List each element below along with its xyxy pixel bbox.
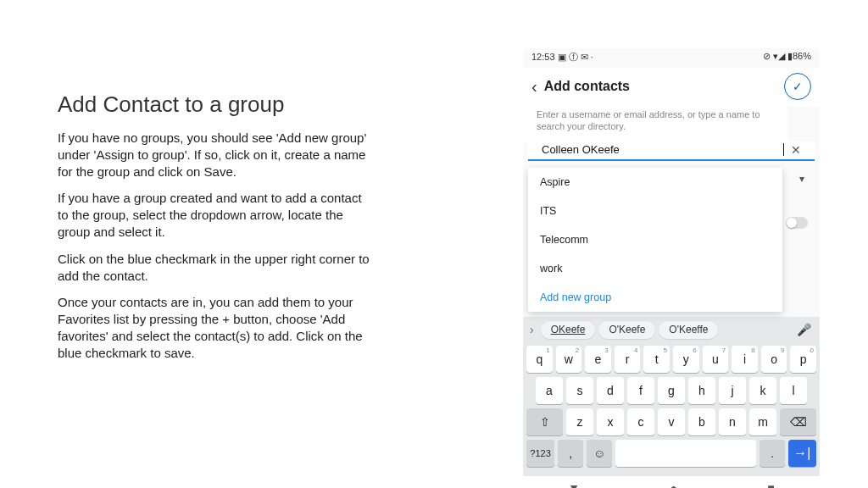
paragraph: Click on the blue checkmark in the upper… — [58, 251, 371, 285]
chevron-right-icon[interactable]: › — [526, 323, 537, 336]
key-c[interactable]: c — [627, 408, 654, 435]
add-new-group-link[interactable]: Add new group — [528, 283, 782, 312]
delete-key[interactable]: ⌫ — [780, 408, 816, 435]
status-left-icons: ▣ ⓕ ✉ · — [558, 52, 593, 62]
period-key[interactable]: . — [760, 440, 785, 467]
key-o[interactable]: o9 — [761, 346, 787, 373]
chevron-down-icon[interactable]: ▾ — [799, 173, 804, 185]
paragraph: Once your contacts are in, you can add t… — [58, 294, 371, 361]
paragraph: If you have no groups, you should see 'A… — [58, 130, 371, 180]
key-m[interactable]: m — [749, 408, 776, 435]
suggestion-bar: › OKeefe O'Keefe O'Keeffe 🎤 — [523, 317, 820, 342]
suggestion-chip[interactable]: O'Keeffe — [659, 320, 718, 339]
status-time: 12:53 — [531, 52, 555, 62]
status-bar: 12:53 ▣ ⓕ ✉ · ⊘ ▾◢ ▮86% — [523, 48, 820, 68]
clear-icon[interactable]: ✕ — [784, 143, 801, 157]
key-b[interactable]: b — [688, 408, 715, 435]
key-q[interactable]: q1 — [526, 346, 553, 373]
keyboard: q1w2e3r4t5y6u7i8o9p0 asdfghjkl ⇧ zxcvbnm… — [523, 342, 820, 476]
key-x[interactable]: x — [597, 408, 624, 435]
mic-icon[interactable]: 🎤 — [792, 323, 816, 336]
instructions-panel: Add Contact to a group If you have no gr… — [58, 92, 371, 372]
page-title: Add Contact to a group — [58, 92, 371, 118]
enter-key[interactable]: →| — [788, 440, 816, 467]
key-e[interactable]: e3 — [585, 346, 611, 373]
key-y[interactable]: y6 — [673, 346, 699, 373]
hint-text: Enter a username or email address, or ty… — [523, 107, 787, 141]
group-item[interactable]: Telecomm — [528, 225, 782, 254]
key-i[interactable]: i8 — [732, 346, 758, 373]
comma-key[interactable]: , — [558, 440, 583, 467]
key-j[interactable]: j — [719, 377, 746, 404]
key-h[interactable]: h — [688, 377, 715, 404]
key-w[interactable]: w2 — [556, 346, 582, 373]
key-g[interactable]: g — [658, 377, 685, 404]
confirm-button[interactable]: ✓ — [784, 73, 811, 100]
key-f[interactable]: f — [627, 377, 654, 404]
shift-key[interactable]: ⇧ — [526, 408, 563, 435]
back-icon[interactable]: ‹ — [530, 77, 544, 97]
nav-recent-icon[interactable]: ■ — [767, 481, 774, 488]
key-r[interactable]: r4 — [615, 346, 641, 373]
space-key[interactable] — [615, 440, 756, 467]
paragraph: If you have a group created and want to … — [58, 190, 371, 240]
search-input[interactable]: Colleen OKeefe ✕ — [528, 141, 815, 161]
suggestion-chip[interactable]: OKeefe — [541, 320, 596, 339]
key-p[interactable]: p0 — [790, 346, 816, 373]
android-navbar: ▼ ● ■ — [523, 476, 820, 488]
key-t[interactable]: t5 — [643, 346, 670, 373]
key-s[interactable]: s — [566, 377, 593, 404]
key-k[interactable]: k — [749, 377, 776, 404]
check-icon: ✓ — [793, 80, 803, 93]
status-right-icons: ⊘ ▾◢ ▮86% — [763, 51, 811, 68]
key-a[interactable]: a — [536, 377, 563, 404]
group-dropdown: ▾ Aspire ITS Telecomm work Add new group — [528, 168, 782, 312]
key-n[interactable]: n — [719, 408, 746, 435]
app-header: ‹ Add contacts ✓ — [523, 68, 820, 107]
key-d[interactable]: d — [597, 377, 624, 404]
phone-screenshot: 12:53 ▣ ⓕ ✉ · ⊘ ▾◢ ▮86% ‹ Add contacts ✓… — [523, 48, 820, 463]
group-item[interactable]: work — [528, 254, 782, 283]
header-title: Add contacts — [544, 79, 784, 94]
key-u[interactable]: u7 — [703, 346, 729, 373]
nav-home-icon[interactable]: ● — [670, 481, 676, 488]
symbols-key[interactable]: ?123 — [526, 440, 554, 467]
nav-back-icon[interactable]: ▼ — [568, 481, 580, 488]
key-v[interactable]: v — [658, 408, 685, 435]
suggestion-chip[interactable]: O'Keefe — [598, 320, 655, 339]
group-item[interactable]: ITS — [528, 197, 782, 225]
toggle-switch[interactable] — [786, 217, 808, 229]
key-l[interactable]: l — [780, 377, 807, 404]
emoji-key[interactable]: ☺ — [587, 440, 612, 467]
group-item[interactable]: Aspire — [528, 168, 782, 197]
input-value: Colleen OKeefe — [542, 143, 784, 156]
key-z[interactable]: z — [566, 408, 593, 435]
